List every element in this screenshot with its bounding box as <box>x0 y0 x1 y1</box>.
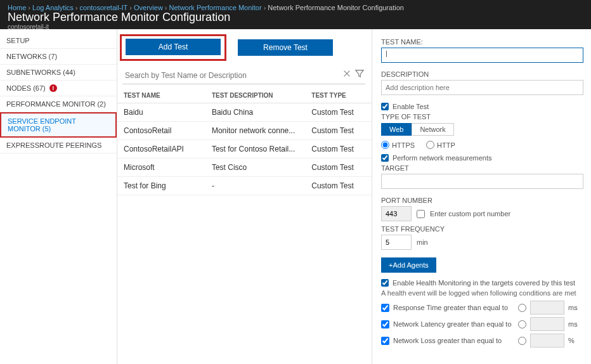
cell-name: Baidu <box>117 103 205 122</box>
test-list-panel: Add Test Remove Test TEST NAME <box>117 29 372 364</box>
highlight-add-test: Add Test <box>120 34 226 61</box>
alert-icon: ! <box>49 84 57 92</box>
col-test-name[interactable]: TEST NAME <box>117 88 205 103</box>
condition-unit: ms <box>568 320 583 328</box>
enable-test-label: Enable Test <box>393 103 429 110</box>
tab-network[interactable]: Network <box>412 123 453 136</box>
sidebar-item-label: SETUP <box>6 37 30 44</box>
cell-desc: Baidu China <box>205 103 305 122</box>
condition-unit: % <box>568 337 583 344</box>
condition-checkbox[interactable] <box>381 337 389 345</box>
cell-type: Custom Test <box>305 103 372 122</box>
condition-row: Network Latency greater than equal toms <box>381 317 583 331</box>
search-input[interactable] <box>122 67 365 84</box>
sidebar-item-nodes[interactable]: NODES (67)! <box>0 81 117 96</box>
cell-name: ContosoRetail <box>117 122 205 140</box>
table-row[interactable]: ContosoRetailMonitor network conne...Cus… <box>117 122 372 140</box>
sidebar-item-service-endpoint-monitor[interactable]: SERVICE ENDPOINT MONITOR (5) <box>0 112 117 138</box>
frequency-label: TEST FREQUENCY <box>381 225 583 233</box>
custom-port-label: Enter custom port number <box>430 210 510 218</box>
sidebar-item-label: EXPRESSROUTE PEERINGS <box>6 141 101 149</box>
cell-type: Custom Test <box>305 159 372 177</box>
condition-value-input[interactable] <box>530 334 564 348</box>
health-note: A health event will be logged when follo… <box>381 289 583 297</box>
enable-health-label: Enable Health Monitoring in the targets … <box>393 279 575 287</box>
cell-name: Test for Bing <box>117 177 205 195</box>
radio-http-label: HTTP <box>437 141 455 149</box>
condition-radio[interactable] <box>518 337 526 345</box>
table-row[interactable]: MicrosoftTest CiscoCustom Test <box>117 159 372 177</box>
text-cursor: | <box>386 49 387 57</box>
condition-radio[interactable] <box>518 304 526 312</box>
cell-type: Custom Test <box>305 177 372 195</box>
page-title: Network Performance Monitor Configuratio… <box>8 11 583 23</box>
remove-test-button[interactable]: Remove Test <box>238 39 333 56</box>
type-of-test-label: TYPE OF TEST <box>381 113 583 120</box>
sidebar-item-expressroute[interactable]: EXPRESSROUTE PEERINGS <box>0 138 117 153</box>
condition-checkbox[interactable] <box>381 320 389 328</box>
condition-row: Response Time greater than equal toms <box>381 301 583 315</box>
condition-value-input[interactable] <box>530 301 564 315</box>
condition-text: Response Time greater than equal to <box>393 304 514 311</box>
condition-text: Network Latency greater than equal to <box>393 320 514 328</box>
table-row[interactable]: BaiduBaidu ChinaCustom Test <box>117 103 372 122</box>
frequency-input[interactable] <box>381 235 412 250</box>
custom-port-checkbox[interactable] <box>417 210 425 218</box>
test-form-panel: TEST NAME: | DESCRIPTION Enable Test TYP… <box>372 29 591 364</box>
radio-https[interactable]: HTTPS <box>381 141 415 149</box>
sidebar-item-setup[interactable]: SETUP <box>0 33 117 49</box>
sidebar-item-label: SUBNETWORKS (44) <box>6 68 75 76</box>
sidebar: SETUP NETWORKS (7) SUBNETWORKS (44) NODE… <box>0 29 117 364</box>
sidebar-item-label: NETWORKS (7) <box>6 53 57 60</box>
sidebar-item-label: NODES (67) <box>6 84 46 92</box>
frequency-unit: min <box>417 238 428 246</box>
clear-icon[interactable] <box>342 69 351 80</box>
cell-name: ContosoRetailAPI <box>117 140 205 159</box>
table-row[interactable]: Test for Bing-Custom Test <box>117 177 372 195</box>
enable-health-checkbox[interactable] <box>381 279 389 287</box>
cell-desc: - <box>205 177 305 195</box>
topbar: Home› Log Analytics› contosoretail-IT› O… <box>0 0 591 29</box>
condition-text: Network Loss greater than equal to <box>393 337 514 344</box>
cell-desc: Test Cisco <box>205 159 305 177</box>
tab-web[interactable]: Web <box>381 123 412 136</box>
condition-radio[interactable] <box>518 320 526 328</box>
condition-unit: ms <box>568 304 583 311</box>
col-test-type[interactable]: TEST TYPE <box>305 88 372 103</box>
condition-row: Network Loss greater than equal to% <box>381 334 583 348</box>
sidebar-item-label: PERFORMANCE MONITOR (2) <box>6 100 106 108</box>
perform-network-checkbox[interactable] <box>381 154 389 162</box>
col-test-desc[interactable]: TEST DESCRIPTION <box>205 88 305 103</box>
tests-table: TEST NAME TEST DESCRIPTION TEST TYPE Bai… <box>117 88 372 195</box>
cell-desc: Monitor network conne... <box>205 122 305 140</box>
description-input[interactable] <box>381 80 583 95</box>
radio-http[interactable]: HTTP <box>426 141 455 149</box>
table-row[interactable]: ContosoRetailAPITest for Contoso Retail.… <box>117 140 372 159</box>
enable-test-checkbox[interactable] <box>381 103 389 110</box>
cell-type: Custom Test <box>305 122 372 140</box>
test-name-label: TEST NAME: <box>381 38 583 46</box>
add-agents-button[interactable]: +Add Agents <box>381 257 436 273</box>
radio-https-label: HTTPS <box>392 141 415 149</box>
perform-network-label: Perform network measurements <box>393 154 492 162</box>
sidebar-item-networks[interactable]: NETWORKS (7) <box>0 49 117 65</box>
cell-type: Custom Test <box>305 140 372 159</box>
sidebar-item-performance-monitor[interactable]: PERFORMANCE MONITOR (2) <box>0 96 117 112</box>
condition-checkbox[interactable] <box>381 304 389 312</box>
cell-name: Microsoft <box>117 159 205 177</box>
filter-icon[interactable] <box>355 69 364 80</box>
test-name-input[interactable] <box>381 48 583 63</box>
add-test-button[interactable]: Add Test <box>126 39 221 55</box>
port-label: PORT NUMBER <box>381 197 583 204</box>
sidebar-item-subnetworks[interactable]: SUBNETWORKS (44) <box>0 65 117 81</box>
target-input[interactable] <box>381 174 583 189</box>
sidebar-item-label: SERVICE ENDPOINT MONITOR (5) <box>8 117 109 133</box>
condition-value-input[interactable] <box>530 317 564 331</box>
crumb-current: Network Performance Monitor Configuratio… <box>268 4 404 11</box>
cell-desc: Test for Contoso Retail... <box>205 140 305 159</box>
description-label: DESCRIPTION <box>381 70 583 78</box>
target-label: TARGET <box>381 164 583 172</box>
port-input[interactable] <box>381 206 412 221</box>
